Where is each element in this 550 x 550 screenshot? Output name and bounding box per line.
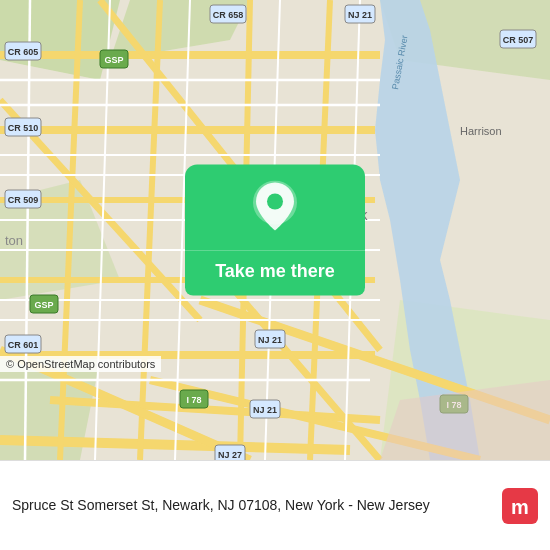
map-container: Passaic River [0, 0, 550, 460]
svg-text:CR 510: CR 510 [8, 123, 39, 133]
svg-text:GSP: GSP [34, 300, 53, 310]
address-text: Spruce St Somerset St, Newark, NJ 07108,… [12, 496, 490, 516]
svg-text:CR 507: CR 507 [503, 35, 534, 45]
svg-text:NJ 21: NJ 21 [253, 405, 277, 415]
svg-text:NJ 27: NJ 27 [218, 450, 242, 460]
pin-container [185, 165, 365, 251]
svg-text:Harrison: Harrison [460, 125, 502, 137]
attribution-text: © OpenStreetMap contributors [6, 358, 155, 370]
map-attribution: © OpenStreetMap contributors [0, 356, 161, 372]
navigation-card: Take me there [185, 165, 365, 296]
svg-text:NJ 21: NJ 21 [348, 10, 372, 20]
svg-text:CR 601: CR 601 [8, 340, 39, 350]
moovit-icon: m [502, 488, 538, 524]
take-me-there-button[interactable]: Take me there [185, 251, 365, 296]
moovit-logo: m [502, 488, 538, 524]
svg-text:CR 605: CR 605 [8, 47, 39, 57]
svg-text:I 78: I 78 [186, 395, 201, 405]
svg-text:ton: ton [5, 233, 23, 248]
svg-text:m: m [511, 496, 529, 518]
map-pin-icon [251, 181, 299, 239]
svg-text:NJ 21: NJ 21 [258, 335, 282, 345]
svg-point-73 [267, 194, 283, 210]
svg-text:CR 509: CR 509 [8, 195, 39, 205]
svg-text:CR 658: CR 658 [213, 10, 244, 20]
svg-text:GSP: GSP [104, 55, 123, 65]
footer: Spruce St Somerset St, Newark, NJ 07108,… [0, 460, 550, 550]
